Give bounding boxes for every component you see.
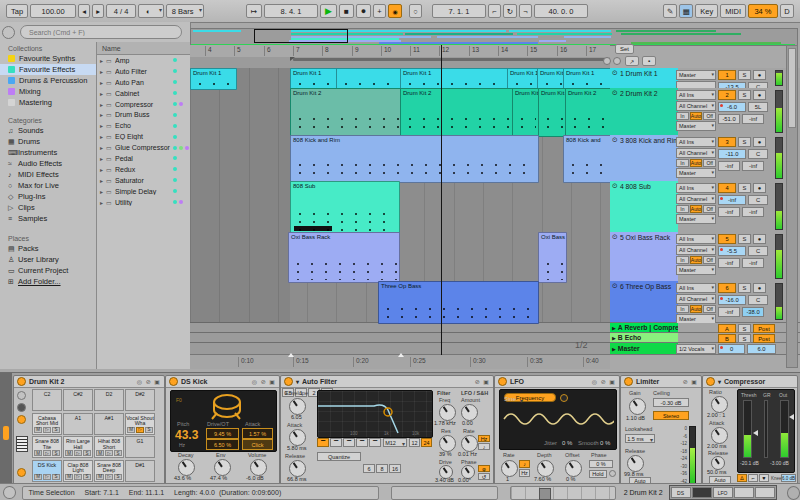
master-volume-field[interactable]: 0: [718, 344, 745, 354]
bandpass-filter-button[interactable]: ▔: [343, 438, 355, 447]
output-routing-chooser[interactable]: Master: [676, 168, 716, 178]
time-ruler[interactable]: 0:100:150:200:250:300:350:40: [190, 354, 610, 369]
send-a-field[interactable]: -inf: [718, 161, 740, 171]
input-channel-chooser[interactable]: All Channel: [676, 245, 716, 255]
jitter-value[interactable]: 0 %: [562, 440, 572, 446]
monitor-selector[interactable]: In Auto Off: [676, 205, 716, 213]
arm-button[interactable]: ●: [753, 183, 766, 193]
master-track-name[interactable]: ▶ Master: [610, 343, 678, 354]
midi-map-button[interactable]: MIDI: [720, 4, 746, 18]
category-item[interactable]: ≡ Samples: [0, 213, 96, 224]
selection-start-marker[interactable]: [288, 353, 294, 357]
loop-start-marker[interactable]: [290, 57, 295, 61]
input-routing-chooser[interactable]: All Ins: [676, 234, 716, 244]
loop-start-field[interactable]: 7. 1. 1: [432, 4, 486, 18]
volume-field[interactable]: -11.0: [718, 149, 746, 159]
device-title-icons[interactable]: ◎ ⊘ ▣: [252, 378, 276, 385]
device-title-bar[interactable]: ▾ Compressor: [703, 376, 797, 388]
quantize-beat-button[interactable]: 16: [389, 464, 401, 473]
track-name[interactable]: ⊙ 1 Drum Kit 1: [610, 68, 678, 88]
device-title-bar[interactable]: LFO ◎ ⊘ ▣: [495, 376, 619, 388]
activity-view-button[interactable]: ♥: [759, 474, 769, 482]
lfo-shape-chooser[interactable]: Sine: [504, 396, 524, 402]
record-button[interactable]: ●: [356, 4, 371, 18]
hold-button[interactable]: Hold: [589, 470, 607, 478]
browser-device-item[interactable]: ▸ ▭ Redux: [97, 164, 191, 175]
rate-hz-button[interactable]: Hz: [519, 469, 530, 477]
pad-solo-button[interactable]: S: [114, 474, 122, 480]
track-name[interactable]: ⊙ 3 808 Kick and Rim: [610, 135, 678, 181]
clip[interactable]: Drum Kit 2: [538, 88, 566, 137]
monitor-in[interactable]: In: [676, 112, 689, 120]
pad-mute-button[interactable]: M: [96, 474, 104, 480]
return-track-name[interactable]: ▶ A Reverb | Compressor: [610, 323, 678, 332]
collection-item[interactable]: Drums & Percussion: [0, 75, 96, 86]
pad-play-button[interactable]: ▷: [74, 450, 82, 456]
pad-solo-button[interactable]: S: [145, 427, 153, 433]
fold-icon[interactable]: ⊙: [612, 183, 618, 189]
attack-value[interactable]: 1.57 %: [242, 428, 273, 439]
clip[interactable]: Drum Kit 1: [507, 68, 539, 90]
smooth-value[interactable]: 0 %: [600, 440, 610, 446]
pre-post-toggle[interactable]: Post: [753, 324, 775, 333]
place-item[interactable]: ▭ Current Project: [0, 265, 96, 276]
automation-arm-button[interactable]: ◉: [388, 4, 402, 18]
notch-filter-button[interactable]: ▔: [356, 438, 368, 447]
env-knob[interactable]: [214, 459, 231, 476]
solo-button[interactable]: S: [738, 90, 751, 100]
chain-device-chip[interactable]: [692, 487, 712, 498]
circuit-chooser[interactable]: M12: [383, 438, 407, 447]
clip[interactable]: Drum Kit 1: [537, 68, 565, 90]
ratio-knob[interactable]: [711, 396, 728, 413]
res-knob[interactable]: [439, 435, 456, 452]
metronome-toggle[interactable]: ◐: [138, 4, 164, 18]
punch-out-button[interactable]: ¬: [519, 4, 532, 18]
solo-button[interactable]: S: [738, 70, 751, 80]
chain-device-chip[interactable]: [734, 487, 754, 498]
solo-button[interactable]: S: [738, 137, 751, 147]
track-activator[interactable]: 4: [718, 183, 736, 193]
pad-play-button[interactable]: ▷: [105, 450, 113, 456]
chain-device-chip[interactable]: [755, 487, 775, 498]
place-item[interactable]: ▤ Packs: [0, 243, 96, 254]
device-fold-icon[interactable]: ▾: [718, 378, 721, 385]
map-mode-icon[interactable]: [560, 394, 568, 402]
browser-device-item[interactable]: ▸ ▭ Pedal: [97, 153, 191, 164]
send-b-field[interactable]: -inf: [742, 207, 764, 217]
collection-item[interactable]: Mixing: [0, 86, 96, 97]
tempo-field[interactable]: 100.00: [30, 4, 76, 18]
loop-brace[interactable]: [293, 58, 610, 61]
output-routing-chooser[interactable]: Master: [676, 70, 716, 80]
device-on-toggle[interactable]: [624, 377, 633, 386]
drum-pad[interactable]: Clap 808 Light M ▷ S: [63, 460, 93, 482]
monitor-auto[interactable]: Auto: [690, 205, 703, 213]
fold-icon[interactable]: ⊙: [612, 137, 618, 143]
drum-pad[interactable]: A#1 M ▷ S: [94, 413, 124, 435]
send-a-field[interactable]: -inf: [718, 307, 740, 317]
volume-field[interactable]: -6.0: [718, 102, 746, 112]
pan-field[interactable]: 5L: [748, 102, 768, 112]
thresh-handle[interactable]: [753, 430, 758, 436]
pad-play-button[interactable]: ▷: [43, 474, 51, 480]
pad-mute-button[interactable]: M: [96, 450, 104, 456]
category-item[interactable]: ⌨ Instruments: [0, 147, 96, 158]
monitor-in[interactable]: In: [676, 159, 689, 167]
quantize-beat-button[interactable]: 8: [376, 464, 388, 473]
track-lane[interactable]: [190, 333, 610, 343]
out-gain-handle[interactable]: [789, 414, 794, 420]
clip[interactable]: 808 Kick and Rim: [290, 135, 539, 183]
lookahead-chooser[interactable]: 1.5 ms: [625, 434, 655, 443]
ceiling-field[interactable]: -0.30 dB: [653, 398, 689, 407]
follow-button[interactable]: ↦: [246, 4, 262, 18]
master-track-header[interactable]: ▶ Master 1/2 Vocals 0 6.0: [610, 343, 800, 355]
clip[interactable]: Three Op Bass: [378, 281, 539, 324]
search-input[interactable]: [20, 25, 182, 39]
volume-field[interactable]: -5.5: [718, 246, 746, 256]
send-b-field[interactable]: -inf: [742, 161, 764, 171]
drum-pad[interactable]: Vocal Shout Wha M ▷ S: [125, 413, 155, 435]
send-a-field[interactable]: -inf: [718, 207, 740, 217]
pad-play-button[interactable]: ▷: [74, 474, 82, 480]
clip[interactable]: Oxi Bass Rack: [288, 232, 400, 283]
solo-button[interactable]: S: [738, 283, 751, 293]
overtone-value[interactable]: 6.50 %: [206, 439, 239, 450]
